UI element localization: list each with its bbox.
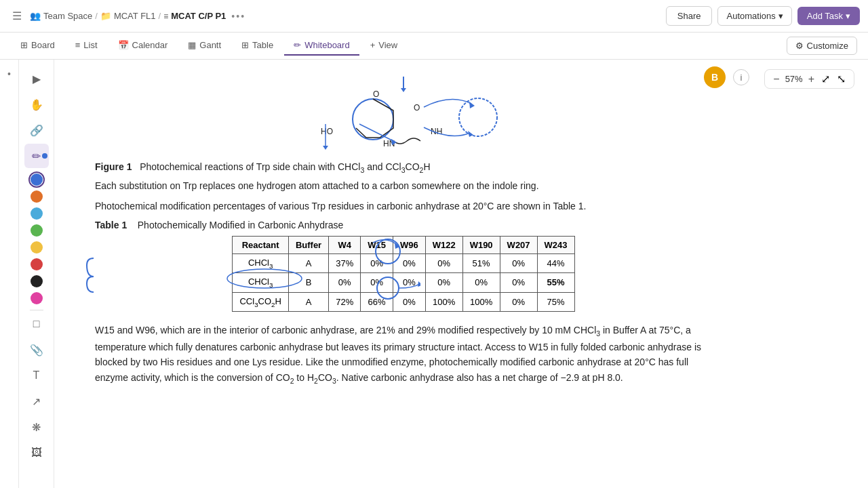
customize-button[interactable]: ⚙ Customize: [787, 37, 857, 55]
paragraph-1: Each substitution on Trp replaces one hy…: [95, 178, 712, 193]
list-icon: ≡: [75, 40, 81, 50]
topbar-left: ☰ 👥 Team Space / 📁 MCAT FL1 / ≡ MCAT C/P…: [8, 7, 660, 25]
cell-w243-2: 55%: [537, 273, 574, 293]
link-icon: 🔗: [30, 124, 43, 137]
avatar-letter: B: [711, 72, 718, 83]
sidebar-icon-1[interactable]: •: [1, 65, 18, 83]
pen-color-indicator: [42, 153, 47, 159]
table-label: Table 1: [95, 220, 127, 230]
col-buffer: Buffer: [288, 236, 328, 253]
figure-title: Figure 1 Photochemical reactions of Trp …: [95, 161, 712, 174]
color-red[interactable]: [31, 258, 43, 270]
svg-text:O: O: [414, 103, 420, 113]
svg-marker-10: [468, 131, 473, 137]
color-green[interactable]: [31, 224, 43, 237]
breadcrumb: 👥 Team Space / 📁 MCAT FL1 / ≡ MCAT C/P P…: [30, 11, 245, 22]
tab-gantt[interactable]: ▦ Gantt: [178, 36, 231, 56]
info-button[interactable]: i: [733, 69, 749, 85]
cell-w122-3: 100%: [425, 292, 462, 312]
cell-w122-1: 0%: [425, 253, 462, 273]
project-name[interactable]: MCAT FL1: [114, 11, 156, 21]
doc-name[interactable]: MCAT C/P P1: [171, 11, 226, 21]
col-w190: W190: [462, 236, 500, 253]
shape-tool[interactable]: □: [24, 312, 49, 336]
tab-calendar[interactable]: 📅 Calendar: [108, 36, 178, 56]
table-row: CCl3CO2H A 72% 66% 0% 100% 100% 0% 75%: [233, 292, 574, 312]
figure-title-text: Photochemical reactions of Trp side chai…: [140, 161, 430, 172]
tab-list[interactable]: ≡ List: [66, 36, 107, 56]
team-icon: 👥: [30, 11, 41, 21]
note-tool[interactable]: 📎: [24, 338, 49, 362]
cell-w207-3: 0%: [500, 292, 537, 312]
cell-w4-1: 37%: [329, 253, 361, 273]
cell-reactant-2: CHCl3: [233, 273, 288, 293]
pen-icon: ✏: [32, 150, 41, 163]
zoom-out-button[interactable]: −: [772, 73, 781, 85]
cell-reactant-3: CCl3CO2H: [233, 292, 288, 312]
link-tool[interactable]: 🔗: [24, 118, 49, 142]
table-title-text: Photochemically Modified in Carbonic Anh…: [138, 220, 344, 230]
col-reactant: Reactant: [233, 236, 288, 253]
shape-icon: □: [33, 318, 40, 330]
breadcrumb-sep2: /: [159, 11, 161, 21]
color-blue[interactable]: [31, 174, 43, 186]
pen-tool[interactable]: ✏: [24, 144, 49, 168]
color-pink[interactable]: [31, 292, 43, 304]
board-icon: ⊞: [20, 40, 28, 50]
tab-board[interactable]: ⊞ Board: [11, 36, 64, 56]
add-view-tab[interactable]: + View: [361, 36, 408, 56]
expand-icon[interactable]: ⤡: [835, 73, 847, 85]
automations-chevron: ▾: [778, 11, 783, 21]
doc-icon: ≡: [163, 12, 168, 21]
divider: [30, 310, 43, 310]
cell-buffer-3: A: [288, 292, 328, 312]
cell-w96-2: 0%: [393, 273, 425, 293]
color-light-blue[interactable]: [31, 207, 43, 220]
whiteboard-canvas[interactable]: B i − 57% + ⤢ ⤡: [54, 60, 868, 488]
svg-text:O: O: [373, 89, 379, 99]
text-tool[interactable]: T: [24, 363, 49, 388]
more-options-icon[interactable]: •••: [231, 11, 245, 22]
cell-w15-2: 0%: [361, 273, 393, 293]
zoom-in-button[interactable]: +: [807, 73, 816, 85]
cluster-tool[interactable]: ❋: [24, 415, 49, 439]
data-table: Reactant Buffer W4 W15 W96 W122 W190 W20…: [232, 236, 574, 312]
figure-label: Figure 1: [95, 161, 132, 172]
cell-w15-3: 66%: [361, 292, 393, 312]
sidebar-toggle-button[interactable]: ☰: [8, 7, 26, 25]
cluster-icon: ❋: [32, 421, 41, 434]
automations-label: Automations: [726, 11, 775, 21]
whiteboard-label: Whiteboard: [304, 40, 349, 50]
main-layout: • ▶ ✋ 🔗 ✏ □: [0, 60, 868, 488]
add-view-icon: +: [370, 40, 376, 50]
fit-icon[interactable]: ⤢: [820, 73, 831, 85]
cell-w15-1: 0%: [361, 253, 393, 273]
svg-marker-1: [401, 88, 406, 92]
pointer-tool[interactable]: ▶: [24, 66, 49, 91]
note-icon: 📎: [30, 344, 43, 357]
add-task-label: Add Task: [807, 11, 843, 21]
automations-button[interactable]: Automations ▾: [717, 6, 791, 26]
image-tool[interactable]: 🖼: [24, 441, 49, 465]
team-name[interactable]: Team Space: [43, 11, 92, 21]
add-task-button[interactable]: Add Task ▾: [797, 7, 860, 25]
arrow-icon: ↗: [32, 395, 41, 408]
cell-w4-2: 0%: [329, 273, 361, 293]
col-w243: W243: [537, 236, 574, 253]
zoom-bar: − 57% + ⤢ ⤡: [764, 69, 854, 89]
tab-table[interactable]: ⊞ Table: [232, 36, 283, 56]
share-button[interactable]: Share: [666, 6, 713, 26]
add-task-chevron: ▾: [846, 11, 850, 21]
arrow-tool[interactable]: ↗: [24, 389, 49, 413]
zoom-level: 57%: [785, 74, 803, 84]
cell-w207-2: 0%: [500, 273, 537, 293]
add-view-label: View: [378, 40, 397, 50]
hand-tool[interactable]: ✋: [24, 92, 49, 117]
color-black[interactable]: [31, 275, 43, 287]
navtabs-right: ⚙ Customize: [787, 37, 857, 55]
color-yellow[interactable]: [31, 241, 43, 253]
color-orange[interactable]: [31, 190, 43, 203]
cell-buffer-1: A: [288, 253, 328, 273]
svg-point-8: [459, 98, 497, 136]
tab-whiteboard[interactable]: ✏ Whiteboard: [284, 36, 359, 56]
